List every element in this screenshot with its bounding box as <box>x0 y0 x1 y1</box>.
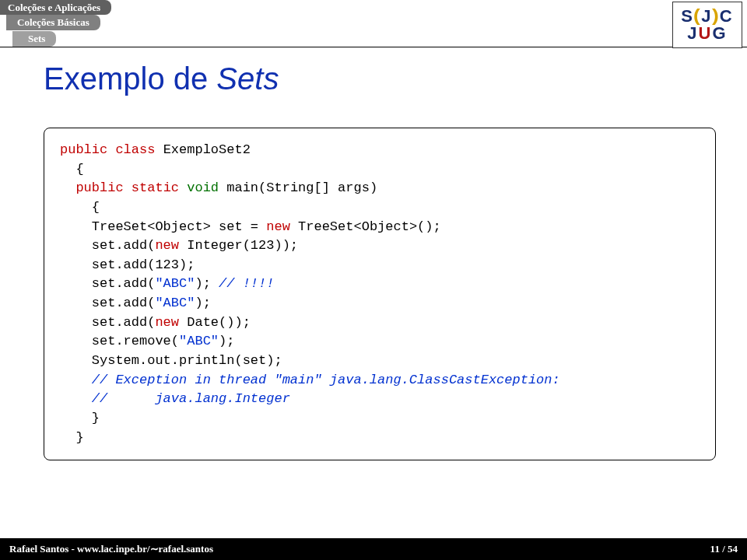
breadcrumb: Coleções e Aplicações Coleções Básicas S… <box>0 0 747 47</box>
breadcrumb-l1: Coleções e Aplicações <box>0 0 111 15</box>
kw-public2: public <box>60 180 124 195</box>
code-l10c: Date()); <box>179 315 251 330</box>
logo-arc-icon: ( <box>693 7 702 24</box>
logo-j2: J <box>687 23 698 43</box>
code-l11a: set.remove( <box>60 334 179 348</box>
code-mainsig: main(String[] args) <box>219 180 377 195</box>
code-l08c: ); <box>195 276 219 291</box>
code-classname: ExemploSet2 <box>155 142 250 157</box>
type-void: void <box>179 180 219 195</box>
code-l09c: ); <box>195 296 210 310</box>
kw-new3: new <box>155 315 179 330</box>
kw-new1: new <box>266 219 290 234</box>
footer-page: 11 / 54 <box>710 543 738 555</box>
kw-new2: new <box>155 238 179 253</box>
title-prefix: Exemplo de <box>44 61 216 96</box>
code-l02: { <box>60 162 84 177</box>
code-l15: } <box>60 411 100 425</box>
slide-content: Exemplo de Sets public class ExemploSet2… <box>0 47 747 538</box>
kw-static: static <box>124 180 179 195</box>
footer-author: Rafael Santos - www.lac.inpe.br/∼rafael.… <box>9 543 213 555</box>
code-l05a: TreeSet<Object> set = <box>60 219 266 234</box>
logo-arc2-icon: ) <box>712 7 721 24</box>
code-l08a: set.add( <box>60 276 155 291</box>
cmt-exc2: // java.lang.Integer <box>60 391 290 406</box>
title-ital: Sets <box>216 61 279 96</box>
header: Coleções e Aplicações Coleções Básicas S… <box>0 0 747 47</box>
code-l10a: set.add( <box>60 315 155 330</box>
str-abc1: "ABC" <box>155 276 195 291</box>
str-abc2: "ABC" <box>155 296 195 310</box>
code-l05c: TreeSet<Object>(); <box>290 219 441 234</box>
breadcrumb-l3: Sets <box>12 31 56 47</box>
code-l06c: Integer(123)); <box>179 238 298 253</box>
footer: Rafael Santos - www.lac.inpe.br/∼rafael.… <box>0 538 747 560</box>
breadcrumb-l2: Coleções Básicas <box>6 15 100 30</box>
code-l11c: ); <box>219 334 234 348</box>
page-title: Exemplo de Sets <box>44 61 716 96</box>
sjc-jug-logo: S(J)C JUG <box>672 2 742 48</box>
code-l06a: set.add( <box>60 238 155 253</box>
logo-cup-icon: U <box>699 23 713 43</box>
str-abc3: "ABC" <box>179 334 219 348</box>
code-l12: System.out.println(set); <box>60 353 282 368</box>
code-l16: } <box>60 430 84 445</box>
kw-class: class <box>107 142 155 157</box>
cmt-exc1: // Exception in thread "main" java.lang.… <box>60 373 560 387</box>
logo-g: G <box>713 23 728 43</box>
cmt-bang: // !!!! <box>219 276 274 291</box>
code-l04: { <box>60 200 100 215</box>
code-listing: public class ExemploSet2 { public static… <box>44 128 716 460</box>
code-l07: set.add(123); <box>60 257 195 272</box>
kw-public: public <box>60 142 107 157</box>
code-l09a: set.add( <box>60 296 155 310</box>
